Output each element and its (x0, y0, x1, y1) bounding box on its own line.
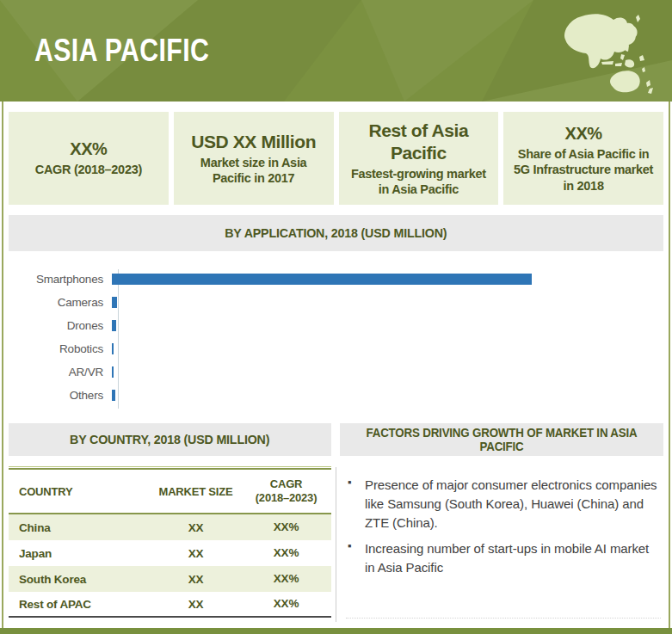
stat-box-fastest-growing: Rest of Asia Pacific Fastest-growing mar… (339, 112, 499, 205)
column-header-market-size: MARKET SIZE (151, 485, 241, 498)
section-title-text: BY APPLICATION, 2018 (USD MILLION) (225, 225, 447, 241)
chart-bar-others (112, 390, 115, 401)
cell-market-size: XX (151, 547, 241, 560)
stat-label: CAGR (2018–2023) (35, 162, 142, 177)
stat-label: Fastest-growing market in Asia Pacific (348, 166, 490, 197)
asia-pacific-map-icon (553, 7, 660, 100)
chart-category-label: Others (9, 389, 111, 402)
chart-bar-drones (112, 320, 116, 331)
section-title-text: FACTORS DRIVING GROWTH OF MARKET IN ASIA… (353, 426, 650, 453)
bottom-accent-band (0, 628, 672, 634)
cell-country: South Korea (9, 573, 151, 586)
table-header-row: COUNTRY MARKET SIZE CAGR (2018–2023) (9, 470, 331, 514)
chart-bar-cameras (112, 297, 117, 308)
factors-panel: Presence of major consumer electronics c… (346, 476, 661, 619)
section-title-text: BY COUNTRY, 2018 (USD MILLION) (70, 432, 269, 447)
chart-row: Cameras (9, 291, 663, 314)
stat-value: XX% (70, 138, 107, 160)
cell-country: Rest of APAC (9, 598, 151, 611)
stat-box-market-size: USD XX Million Market size in Asia Pacif… (174, 112, 334, 205)
chart-row: Robotics (9, 337, 663, 360)
table-row-south-korea: South Korea XX XX% (9, 566, 331, 592)
stat-value: USD XX Million (191, 131, 316, 153)
section-title-by-application: BY APPLICATION, 2018 (USD MILLION) (9, 215, 663, 251)
column-header-country: COUNTRY (9, 485, 151, 498)
table-row-china: China XX XX% (9, 514, 331, 540)
left-border-line (2, 102, 3, 628)
cell-country: China (9, 521, 151, 534)
cell-country: Japan (9, 547, 151, 560)
page-title: ASIA PACIFIC (34, 33, 209, 69)
chart-bar-ar-vr (112, 366, 114, 378)
factor-bullet: Increasing number of start-ups in mobile… (346, 539, 661, 577)
chart-category-label: Cameras (9, 296, 111, 309)
cell-cagr: XX% (241, 597, 331, 612)
chart-row: AR/VR (9, 360, 663, 384)
chart-bar-smartphones (112, 274, 532, 285)
header-banner: ASIA PACIFIC (0, 0, 672, 102)
cell-market-size: XX (151, 573, 241, 586)
application-bar-chart: SmartphonesCamerasDronesRoboticsAR/VROth… (9, 268, 663, 409)
cell-market-size: XX (151, 521, 241, 534)
stat-box-5g-share: XX% Share of Asia Pacific in 5G Infrastr… (503, 112, 663, 205)
chart-row: Smartphones (9, 268, 663, 291)
stat-value: Rest of Asia Pacific (348, 120, 490, 165)
section-title-by-country: BY COUNTRY, 2018 (USD MILLION) (9, 423, 331, 456)
factors-bullet-list: Presence of major consumer electronics c… (346, 476, 661, 577)
table-row-rest-of-apac: Rest of APAC XX XX% (9, 592, 331, 618)
chart-row: Others (9, 384, 663, 407)
cell-cagr: XX% (241, 572, 331, 587)
stat-box-cagr: XX% CAGR (2018–2023) (9, 112, 169, 205)
chart-row: Drones (9, 314, 663, 337)
chart-category-label: AR/VR (9, 366, 111, 379)
panel-divider-line (336, 467, 336, 622)
cell-market-size: XX (151, 598, 241, 611)
section-title-factors: FACTORS DRIVING GROWTH OF MARKET IN ASIA… (340, 423, 663, 456)
stat-value: XX% (564, 123, 601, 145)
chart-category-label: Robotics (9, 342, 111, 355)
chart-category-label: Drones (9, 319, 111, 332)
table-row-japan: Japan XX XX% (9, 540, 331, 566)
chart-category-label: Smartphones (9, 273, 111, 286)
right-border-line (669, 102, 670, 628)
country-table: COUNTRY MARKET SIZE CAGR (2018–2023) Chi… (9, 466, 331, 618)
stat-label: Share of Asia Pacific in 5G Infrastructu… (512, 146, 655, 193)
column-header-cagr: CAGR (2018–2023) (241, 477, 331, 506)
cell-cagr: XX% (241, 520, 331, 535)
cell-cagr: XX% (241, 546, 331, 561)
chart-bar-robotics (112, 343, 114, 354)
stat-box-row: XX% CAGR (2018–2023) USD XX Million Mark… (9, 112, 663, 205)
factor-bullet: Presence of major consumer electronics c… (346, 476, 661, 532)
stat-label: Market size in Asia Pacific in 2017 (182, 155, 325, 186)
